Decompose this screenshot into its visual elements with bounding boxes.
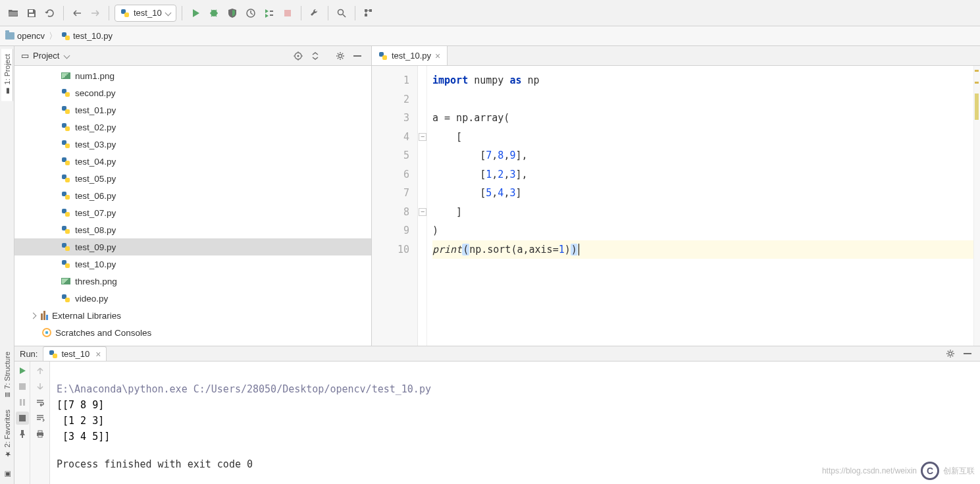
debug-icon[interactable] — [206, 5, 222, 21]
tree-item-label: video.py — [75, 294, 108, 304]
open-icon[interactable] — [5, 5, 21, 21]
error-stripe[interactable] — [973, 66, 980, 346]
profile-icon[interactable] — [243, 5, 259, 21]
breadcrumb-project[interactable]: opencv — [5, 31, 45, 41]
svg-point-11 — [339, 54, 342, 57]
concurrent-icon[interactable] — [261, 5, 277, 21]
svg-rect-4 — [284, 10, 291, 16]
python-icon — [61, 105, 71, 115]
side-tab-structure[interactable]: ≣ 7: Structure — [1, 346, 13, 403]
pause-icon[interactable] — [16, 396, 29, 409]
gear-icon[interactable] — [333, 49, 348, 63]
back-icon[interactable] — [69, 5, 85, 21]
console-output[interactable]: E:\Anaconda\python.exe C:/Users/28050/De… — [50, 362, 980, 484]
close-icon[interactable]: × — [435, 51, 440, 61]
run-side-toolbar1 — [14, 362, 30, 484]
tree-file-test_09-py[interactable]: test_09.py — [14, 238, 371, 255]
editor-tab-test10[interactable]: test_10.py × — [372, 46, 448, 65]
rerun-icon[interactable] — [16, 364, 29, 377]
separator — [109, 6, 109, 20]
folder-icon: ▮ — [3, 87, 11, 95]
code-editor[interactable]: 12345678910 − − import numpy as np a = n… — [372, 66, 980, 346]
python-icon — [61, 122, 71, 132]
tree-file-test_06-py[interactable]: test_06.py — [14, 187, 371, 204]
side-tab-project[interactable]: ▮ 1: Project — [1, 49, 13, 101]
run-icon[interactable] — [188, 5, 203, 21]
hide-icon[interactable] — [960, 346, 975, 361]
side-tab-window[interactable]: ▣ — [1, 465, 13, 484]
project-panel: ▭ Project num1.pngsecond.pytest_01.pytes… — [14, 46, 372, 346]
tree-file-test_07-py[interactable]: test_07.py — [14, 204, 371, 221]
tree-file-test_03-py[interactable]: test_03.py — [14, 136, 371, 153]
hide-icon[interactable] — [350, 49, 365, 63]
tree-file-thresh-png[interactable]: thresh.png — [14, 273, 371, 290]
run-config-selector[interactable]: test_10 — [115, 5, 176, 22]
chevron-right-icon — [29, 313, 37, 318]
tree-file-test_01-py[interactable]: test_01.py — [14, 101, 371, 119]
stop-icon[interactable] — [16, 380, 29, 393]
tree-item-label: test_07.py — [75, 208, 116, 218]
tree-file-test_04-py[interactable]: test_04.py — [14, 153, 371, 170]
python-icon — [61, 88, 71, 98]
print-icon[interactable] — [34, 427, 47, 441]
gutter-line-numbers: 12345678910 — [372, 66, 418, 346]
python-icon — [61, 190, 71, 201]
exit-icon[interactable] — [16, 412, 29, 425]
star-icon: ★ — [3, 450, 11, 458]
tree-item-label: test_05.py — [75, 174, 116, 184]
run-tab[interactable]: test_10 × — [43, 346, 107, 361]
code-content[interactable]: import numpy as np a = np.array( [ [7,8,… — [427, 66, 973, 346]
search-icon[interactable] — [334, 5, 349, 21]
python-icon — [61, 156, 71, 167]
up-stack-icon[interactable] — [34, 364, 47, 377]
python-icon — [61, 293, 71, 304]
scroll-end-icon[interactable] — [34, 412, 47, 425]
fold-mark[interactable]: − — [419, 133, 426, 141]
tree-item-label: test_06.py — [75, 191, 116, 201]
tree-scratches[interactable]: Scratches and Consoles — [14, 324, 371, 341]
svg-point-5 — [338, 9, 343, 14]
soft-wrap-icon[interactable] — [34, 396, 47, 409]
svg-rect-15 — [19, 383, 26, 390]
tree-file-test_08-py[interactable]: test_08.py — [14, 221, 371, 238]
tree-file-test_02-py[interactable]: test_02.py — [14, 119, 371, 136]
build-icon[interactable] — [307, 5, 322, 21]
coverage-icon[interactable] — [224, 5, 240, 21]
tree-external-libraries[interactable]: External Libraries — [14, 307, 371, 324]
side-tab-favorites[interactable]: ★ 2: Favorites — [1, 404, 13, 464]
tree-file-second-py[interactable]: second.py — [14, 84, 371, 101]
save-icon[interactable] — [24, 5, 39, 21]
run-panel: Run: test_10 × — [14, 346, 980, 484]
svg-point-13 — [949, 352, 952, 356]
svg-rect-0 — [29, 10, 33, 13]
python-icon — [378, 51, 388, 61]
warning-mark[interactable] — [975, 70, 979, 72]
close-icon[interactable]: × — [95, 350, 101, 359]
breadcrumb: opencv 〉 test_10.py — [0, 26, 980, 46]
chevron-down-icon — [165, 10, 171, 16]
chevron-down-icon[interactable] — [64, 53, 70, 59]
refresh-icon[interactable] — [42, 5, 58, 21]
expand-all-icon[interactable] — [308, 49, 322, 63]
python-icon — [49, 350, 58, 359]
structure-icon[interactable] — [361, 5, 376, 21]
image-icon — [61, 70, 71, 81]
forward-icon[interactable] — [88, 5, 103, 21]
tree-file-num1-png[interactable]: num1.png — [14, 67, 371, 84]
stop-icon[interactable] — [280, 5, 296, 21]
gear-icon[interactable] — [943, 346, 958, 361]
tree-file-test_10-py[interactable]: test_10.py — [14, 255, 371, 273]
pin-icon[interactable] — [16, 427, 29, 441]
tree-item-label: thresh.png — [75, 277, 117, 286]
project-tree[interactable]: num1.pngsecond.pytest_01.pytest_02.pytes… — [14, 66, 371, 346]
tree-item-label: test_08.py — [75, 225, 116, 235]
tree-file-video-py[interactable]: video.py — [14, 290, 371, 307]
locate-icon[interactable] — [291, 49, 305, 63]
warning-mark[interactable] — [975, 82, 979, 84]
fold-mark[interactable]: − — [419, 208, 426, 216]
tree-item-label: test_04.py — [75, 157, 116, 167]
warning-mark[interactable] — [975, 94, 979, 120]
down-stack-icon[interactable] — [34, 380, 47, 393]
breadcrumb-file[interactable]: test_10.py — [61, 31, 113, 41]
tree-file-test_05-py[interactable]: test_05.py — [14, 170, 371, 187]
